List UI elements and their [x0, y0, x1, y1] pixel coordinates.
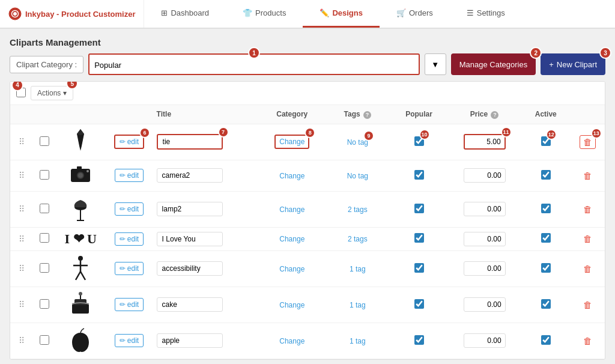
- active-checkbox[interactable]: [541, 204, 551, 213]
- tags-value: No tag: [347, 172, 368, 180]
- col-drag: [10, 105, 33, 124]
- nav-tabs-container: ⊞ Dashboard 👕 Products ✏️ Designs 🛒 Orde…: [144, 0, 615, 28]
- row-checkbox[interactable]: [40, 233, 49, 243]
- drag-handle-icon[interactable]: ⠿: [19, 171, 25, 180]
- edit-button[interactable]: ✏ edit: [115, 298, 144, 311]
- active-checkbox[interactable]: [541, 263, 551, 273]
- popular-checkbox[interactable]: [414, 335, 424, 345]
- tab-settings-label: Settings: [477, 8, 505, 17]
- tab-dashboard[interactable]: ⊞ Dashboard: [144, 0, 226, 28]
- delete-button[interactable]: 🗑: [583, 204, 592, 214]
- price-input[interactable]: [464, 232, 506, 246]
- col-price-header: Price ?: [447, 105, 521, 124]
- popular-checkbox[interactable]: [414, 233, 424, 243]
- drag-handle-icon[interactable]: ⠿: [19, 204, 25, 214]
- title-input[interactable]: [157, 232, 223, 246]
- category-change-link[interactable]: Change: [279, 172, 304, 180]
- edit-button[interactable]: ✏ edit: [115, 262, 144, 275]
- price-input[interactable]: [464, 202, 506, 216]
- category-change-link[interactable]: Change: [279, 265, 304, 273]
- category-change-link[interactable]: Change: [279, 235, 304, 243]
- title-input[interactable]: [157, 168, 223, 183]
- ann-9: 9: [363, 130, 374, 141]
- col-popular-header: Popular: [390, 105, 447, 124]
- plus-icon: +: [549, 60, 554, 69]
- svg-point-8: [86, 170, 89, 172]
- active-checkbox[interactable]: [541, 233, 551, 243]
- delete-button[interactable]: 🗑: [583, 336, 592, 346]
- actions-bar: 4 5 Actions ▾: [10, 82, 605, 105]
- tab-settings[interactable]: ☰ Settings: [450, 0, 522, 28]
- title-input[interactable]: [157, 333, 223, 348]
- tab-orders[interactable]: 🛒 Orders: [380, 0, 450, 28]
- active-checkbox[interactable]: [541, 335, 551, 345]
- active-checkbox[interactable]: [541, 299, 551, 309]
- new-clipart-label: New Clipart: [557, 60, 597, 69]
- app-title: Inkybay - Product Customizer: [25, 10, 135, 19]
- logo-icon: [8, 7, 22, 20]
- category-row: Clipart Category : 1 Popular ▼ 2 Manage …: [10, 53, 605, 75]
- popular-checkbox[interactable]: [414, 170, 424, 180]
- tags-help-icon[interactable]: ?: [363, 111, 371, 119]
- edit-button[interactable]: ✏ edit: [115, 202, 144, 216]
- category-dropdown-btn[interactable]: ▼: [425, 53, 446, 75]
- title-input[interactable]: [157, 297, 223, 312]
- edit-button[interactable]: ✏ edit: [115, 232, 144, 246]
- delete-button[interactable]: 🗑: [583, 171, 592, 181]
- popular-checkbox[interactable]: [414, 204, 424, 213]
- title-input[interactable]: [157, 134, 223, 150]
- price-input[interactable]: [464, 168, 506, 183]
- category-change-link[interactable]: Change: [274, 135, 309, 149]
- drag-handle-icon[interactable]: ⠿: [19, 336, 25, 345]
- ann-5-wrap: 5 Actions ▾: [31, 86, 73, 100]
- category-change-link[interactable]: Change: [279, 205, 304, 214]
- row-checkbox[interactable]: [40, 136, 49, 146]
- price-input[interactable]: [464, 261, 506, 276]
- edit-button[interactable]: ✏ edit: [114, 135, 144, 149]
- clipart-image: [68, 255, 92, 281]
- ann-4-wrap: 4: [16, 88, 26, 99]
- row-checkbox[interactable]: [40, 299, 49, 309]
- new-clipart-button[interactable]: + New Clipart: [541, 53, 605, 75]
- tab-designs-label: Designs: [332, 8, 363, 17]
- price-input[interactable]: [464, 297, 506, 312]
- delete-button[interactable]: 🗑: [583, 264, 592, 274]
- edit-button[interactable]: ✏ edit: [115, 334, 144, 347]
- category-change-link[interactable]: Change: [279, 301, 304, 309]
- delete-button[interactable]: 🗑: [583, 300, 592, 310]
- price-input[interactable]: [464, 333, 506, 348]
- app-logo: Inkybay - Product Customizer: [0, 0, 144, 28]
- main-content: Cliparts Management Clipart Category : 1…: [0, 29, 615, 364]
- category-change-link[interactable]: Change: [279, 337, 304, 345]
- row-checkbox[interactable]: [40, 263, 49, 273]
- tab-designs[interactable]: ✏️ Designs: [303, 0, 380, 28]
- popular-checkbox[interactable]: [414, 263, 424, 273]
- clipart-image: [68, 128, 92, 154]
- price-help-icon[interactable]: ?: [491, 111, 498, 119]
- delete-button[interactable]: 🗑: [583, 234, 592, 244]
- row-checkbox[interactable]: [40, 335, 49, 345]
- title-input[interactable]: [157, 261, 223, 276]
- price-input[interactable]: [464, 134, 506, 150]
- tab-orders-label: Orders: [409, 8, 433, 17]
- title-input[interactable]: [157, 202, 223, 216]
- tab-products[interactable]: 👕 Products: [226, 0, 303, 28]
- active-checkbox[interactable]: [541, 170, 551, 180]
- drag-handle-icon[interactable]: ⠿: [19, 264, 25, 273]
- category-label-box: Clipart Category :: [10, 56, 83, 73]
- clipart-image: [68, 195, 92, 222]
- drag-handle-icon[interactable]: ⠿: [19, 234, 25, 244]
- actions-button[interactable]: Actions ▾: [31, 86, 73, 100]
- drag-handle-icon[interactable]: ⠿: [19, 300, 25, 309]
- pencil-edit-icon: ✏: [120, 138, 126, 146]
- tab-dashboard-label: Dashboard: [171, 8, 209, 17]
- delete-cell: 13 🗑: [571, 124, 605, 160]
- row-checkbox[interactable]: [40, 170, 49, 180]
- manage-categories-button[interactable]: Manage Categories: [451, 53, 536, 75]
- edit-button[interactable]: ✏ edit: [115, 169, 144, 182]
- ann-1: 1: [248, 47, 260, 59]
- table-row: ⠿ I ❤ U ✏ edit Change 2 tags 🗑: [10, 227, 605, 250]
- popular-checkbox[interactable]: [414, 299, 424, 309]
- drag-handle-icon[interactable]: ⠿: [19, 137, 25, 147]
- row-checkbox[interactable]: [40, 204, 49, 213]
